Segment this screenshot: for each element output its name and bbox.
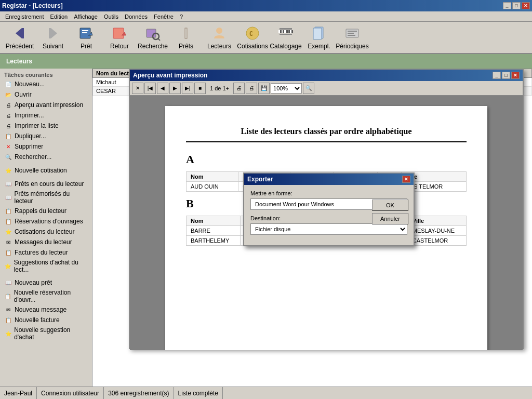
page-title-bar: Lecteurs xyxy=(0,54,532,69)
menu-outils[interactable]: Outils xyxy=(101,12,122,21)
cell-ville: CASTELMOR xyxy=(408,236,466,246)
export-destination-select[interactable]: Fichier disque Imprimante Email xyxy=(250,223,407,235)
export-dialog: Exporter ✕ OK Annuler Mettre en forme: D… xyxy=(243,172,415,246)
sidebar-item-ouvrir[interactable]: 📂 Ouvrir xyxy=(0,89,92,100)
sidebar-item-rechercher[interactable]: 🔍 Rechercher... xyxy=(0,152,92,162)
svg-marker-2 xyxy=(51,28,57,38)
nouveau-message-icon: ✉ xyxy=(4,305,12,314)
preview-close-button[interactable]: ✕ xyxy=(511,72,520,79)
svg-rect-5 xyxy=(82,30,88,31)
toolbar-suivant-button[interactable]: Suivant xyxy=(37,23,69,51)
toolbar-periodiques-button[interactable]: Périodiques xyxy=(337,23,368,51)
toolbar-pret-button[interactable]: Prêt xyxy=(71,23,102,51)
sidebar-item-messages[interactable]: ✉ Messages du lecteur xyxy=(0,237,92,247)
preview-next-button[interactable]: ▶ xyxy=(169,83,181,94)
menu-affichage[interactable]: Affichage xyxy=(71,12,101,21)
toolbar-catalogage-button[interactable]: Catalogage xyxy=(270,23,301,51)
svg-rect-32 xyxy=(348,35,355,36)
toolbar-catalogage-label: Catalogage xyxy=(270,43,301,50)
toolbar-prets-label: Prêts xyxy=(179,43,193,50)
toolbar-precedent-button[interactable]: Précédent xyxy=(4,23,35,51)
close-button[interactable]: ✕ xyxy=(522,2,530,9)
sidebar: Tâches courantes 📄 Nouveau... 📂 Ouvrir 🖨… xyxy=(0,69,92,387)
menu-edition[interactable]: Edition xyxy=(47,12,71,21)
toolbar-retour-button[interactable]: Retour xyxy=(104,23,135,51)
preview-minimize-button[interactable]: _ xyxy=(493,72,501,79)
sidebar-item-supprimer[interactable]: ✕ Supprimer xyxy=(0,141,92,152)
sidebar-item-nouvelle-cotisation[interactable]: ⭐ Nouvelle cotisation xyxy=(0,165,92,176)
sidebar-item-apercu[interactable]: 🖨 Aperçu avant impression xyxy=(0,100,92,110)
preview-maximize-button[interactable]: □ xyxy=(502,72,510,79)
export-ok-button[interactable]: OK xyxy=(372,200,408,211)
preview-zoom-select[interactable]: 100% 75% 150% xyxy=(271,83,302,94)
preview-print-button[interactable]: 🖨 xyxy=(233,83,245,94)
toolbar-lecteurs-button[interactable]: Lecteurs xyxy=(204,23,235,51)
dupliquer-icon: 📋 xyxy=(4,132,12,140)
export-dialog-title-bar: Exporter ✕ xyxy=(244,174,414,185)
menu-enregistrement[interactable]: Enregistrement xyxy=(2,12,47,21)
nouvelle-cotisation-icon: ⭐ xyxy=(4,166,12,175)
prets-icon xyxy=(178,25,194,42)
menu-fenetre[interactable]: Fenêtre xyxy=(151,12,177,21)
menu-help[interactable]: ? xyxy=(177,12,186,21)
sidebar-item-imprimer[interactable]: 🖨 Imprimer... xyxy=(0,110,92,121)
preview-search-button[interactable]: 🔍 xyxy=(303,83,314,94)
nouveau-pret-icon: 📖 xyxy=(4,278,12,287)
toolbar-cotisations-button[interactable]: € Cotisations xyxy=(237,23,268,51)
svg-text:€: € xyxy=(249,30,253,37)
preview-stop-button[interactable]: ■ xyxy=(194,83,206,94)
menu-donnees[interactable]: Données xyxy=(122,12,151,21)
sidebar-item-nouveau-message[interactable]: ✉ Nouveau message xyxy=(0,304,92,315)
sidebar-item-rappels[interactable]: 📋 Rappels du lecteur xyxy=(0,206,92,216)
sidebar-item-imprimer-liste[interactable]: 🖨 Imprimer la liste xyxy=(0,121,92,131)
export-button-panel: OK Annuler xyxy=(372,200,408,224)
preview-print2-button[interactable]: 🖨 xyxy=(246,83,257,94)
svg-marker-0 xyxy=(16,28,22,38)
preview-col-ville: Ville xyxy=(408,216,466,226)
sidebar-item-factures[interactable]: 📋 Factures du lecteur xyxy=(0,247,92,258)
pret-icon xyxy=(78,25,95,42)
status-bar: Jean-Paul Connexion utilisateur 306 enre… xyxy=(0,387,532,399)
status-connection: Connexion utilisateur xyxy=(37,387,104,399)
toolbar-periodiques-label: Périodiques xyxy=(336,43,368,50)
preview-export-button[interactable]: 💾 xyxy=(258,83,270,94)
preview-prev-button[interactable]: ◀ xyxy=(157,83,168,94)
sidebar-item-nouvelle-reservation[interactable]: 📋 Nouvelle réservation d'ouvr... xyxy=(0,288,92,304)
status-view[interactable]: Liste complète xyxy=(174,387,223,399)
svg-rect-24 xyxy=(290,30,291,33)
export-destination-row: Fichier disque Imprimante Email xyxy=(250,223,407,235)
preview-col-nom: Nom xyxy=(187,216,241,226)
preview-document-title: Liste des lecteurs classés par ordre alp… xyxy=(186,127,467,136)
sidebar-item-prets-cours[interactable]: 📖 Prêts en cours du lecteur xyxy=(0,179,92,189)
sidebar-item-cotisations-lecteur[interactable]: ⭐ Cotisations du lecteur xyxy=(0,227,92,237)
prets-memorises-icon: 📖 xyxy=(4,193,12,202)
toolbar-exempl-button[interactable]: Exempl. xyxy=(303,23,335,51)
preview-close-x-button[interactable]: ✕ xyxy=(132,83,143,94)
exempl-icon xyxy=(311,25,327,42)
export-close-button[interactable]: ✕ xyxy=(402,176,410,183)
nouvelle-reservation-icon: 📋 xyxy=(4,292,12,300)
toolbar-prets-button[interactable]: Prêts xyxy=(170,23,202,51)
toolbar-recherche-button[interactable]: Recherche xyxy=(137,23,168,51)
sidebar-item-dupliquer[interactable]: 📋 Dupliquer... xyxy=(0,131,92,141)
sidebar-item-prets-memorises[interactable]: 📖 Prêts mémorisés du lecteur xyxy=(0,189,92,206)
export-cancel-button[interactable]: Annuler xyxy=(372,213,408,224)
preview-first-button[interactable]: |◀ xyxy=(144,83,156,94)
maximize-button[interactable]: □ xyxy=(512,2,521,9)
preview-page-info: 1 de 1+ xyxy=(207,85,232,91)
minimize-button[interactable]: _ xyxy=(503,2,511,9)
sidebar-item-reservations[interactable]: 📋 Réservations d'ouvrages xyxy=(0,216,92,227)
nouvelle-suggestion-icon: ⭐ xyxy=(4,329,12,338)
sidebar-item-suggestions[interactable]: ⭐ Suggestions d'achat du lect... xyxy=(0,258,92,274)
sidebar-item-nouveau-pret[interactable]: 📖 Nouveau prêt xyxy=(0,277,92,288)
toolbar-recherche-label: Recherche xyxy=(138,43,168,50)
sidebar-item-nouveau[interactable]: 📄 Nouveau... xyxy=(0,79,92,89)
preview-last-button[interactable]: ▶| xyxy=(182,83,193,94)
precedent-icon xyxy=(11,25,28,42)
sidebar-item-nouvelle-suggestion[interactable]: ⭐ Nouvelle suggestion d'achat xyxy=(0,325,92,342)
sidebar-item-nouvelle-facture[interactable]: 📋 Nouvelle facture xyxy=(0,315,92,325)
sidebar-section-title: Tâches courantes xyxy=(0,71,92,79)
svg-rect-23 xyxy=(288,30,288,33)
svg-rect-8 xyxy=(113,28,124,38)
app-title: Registar - [Lecteurs] xyxy=(2,2,63,9)
